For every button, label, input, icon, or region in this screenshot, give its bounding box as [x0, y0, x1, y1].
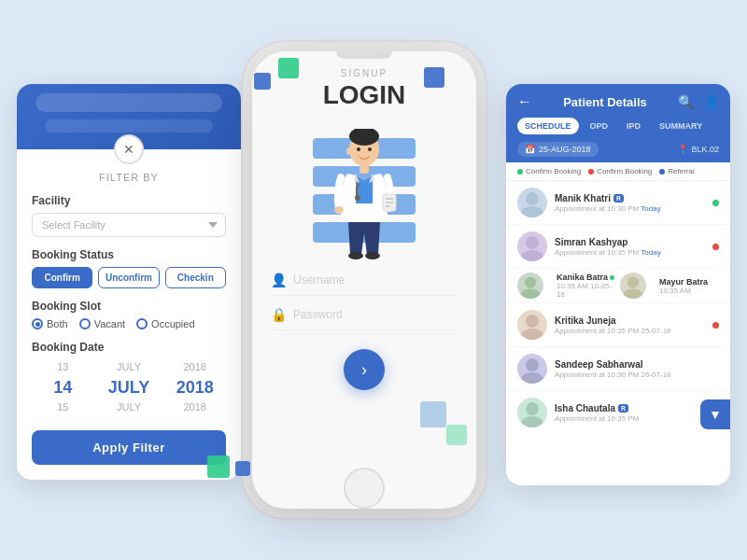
go-button[interactable]: › — [344, 349, 385, 390]
patient-kanika[interactable]: Kanika Batra 10:35 AM 10-05-18 — [517, 273, 616, 299]
user-profile-icon[interactable]: 👤 — [703, 94, 719, 109]
deco-blue-square-3 — [187, 441, 205, 460]
location-badge: 📍 BLK.02 — [678, 145, 719, 154]
deco-blue-square-5 — [420, 401, 446, 427]
patient-appt: 10:35 AM — [659, 287, 708, 295]
booking-status-label: Booking Status — [32, 248, 226, 261]
year-prev: 2018 — [183, 359, 205, 376]
filter-title: FILTER BY — [32, 172, 226, 183]
svg-point-19 — [521, 289, 541, 300]
left-filter-panel: ✕ FILTER BY Facility Select Facility Boo… — [17, 84, 241, 480]
slot-occupied-option[interactable]: Occupied — [136, 318, 194, 329]
filter-fab-button[interactable]: ▼ — [700, 399, 730, 429]
svg-point-22 — [526, 315, 539, 328]
status-dot — [712, 244, 719, 250]
year-next: 2018 — [183, 399, 205, 416]
slot-vacant-option[interactable]: Vacant — [79, 318, 125, 329]
patient-row[interactable]: Isha Chautala R Appointment at 10:35 PM — [506, 391, 730, 434]
unconfirm-button[interactable]: Unconfirm — [98, 267, 159, 288]
facility-label: Facility — [32, 194, 226, 207]
facility-select[interactable]: Select Facility — [32, 213, 226, 237]
tab-ipd[interactable]: IPD — [619, 118, 648, 134]
slot-both-option[interactable]: Both — [32, 318, 68, 329]
username-placeholder: Username — [293, 273, 345, 287]
password-field[interactable]: 🔒 Password — [271, 300, 458, 330]
patient-info: Kritika Juneja Appointment at 10:35 PM 2… — [555, 315, 712, 335]
left-panel-body: FILTER BY Facility Select Facility Booki… — [17, 149, 241, 480]
patient-row[interactable]: Manik Khatri R Appointment at 10:30 PM T… — [506, 181, 730, 225]
close-button[interactable]: ✕ — [114, 134, 144, 164]
status-dot — [712, 322, 719, 329]
date-value: 25-AUG-2018 — [539, 145, 591, 154]
filter-icon: ▼ — [709, 407, 722, 422]
svg-point-23 — [521, 329, 543, 340]
patient-info: Simran Kashyap Appointment at 10:35 PM T… — [555, 237, 712, 257]
patient-details-header: ← Patient Details 🔍 👤 SCHEDULE OPD IPD S… — [506, 84, 730, 162]
panel-title: Patient Details — [563, 95, 647, 109]
tab-opd[interactable]: OPD — [583, 118, 616, 134]
patient-row[interactable]: Simran Kashyap Appointment at 10:35 PM T… — [506, 225, 730, 269]
deco-green-square-1 — [278, 58, 299, 78]
patient-row-double: Kanika Batra 10:35 AM 10-05-18 Mayur Bat… — [506, 269, 730, 303]
tab-schedule[interactable]: SCHEDULE — [517, 118, 579, 134]
status-dot-small — [610, 275, 614, 280]
legend-unconfirm: Confirm Booking — [588, 167, 652, 175]
slot-radio-group: Both Vacant Occupied — [32, 318, 226, 329]
status-dot — [712, 200, 719, 206]
svg-point-2 — [357, 147, 360, 151]
year-column: 2018 2018 2018 — [163, 359, 226, 415]
header-icons: 🔍 👤 — [678, 94, 719, 109]
svg-point-4 — [346, 147, 352, 155]
patient-appt: Appointment at 10:30 PM Today — [555, 204, 712, 213]
day-current: 14 — [53, 376, 72, 399]
deco-green-square-3 — [446, 425, 467, 445]
avatar — [517, 398, 547, 427]
svg-point-26 — [526, 402, 539, 415]
svg-point-7 — [334, 206, 344, 214]
confirm-button[interactable]: Confirm — [32, 267, 92, 288]
search-icon[interactable]: 🔍 — [678, 94, 694, 109]
slot-vacant-radio[interactable] — [79, 318, 91, 329]
year-current: 2018 — [176, 376, 214, 399]
username-field[interactable]: 👤 Username — [271, 265, 458, 296]
patient-info: Isha Chautala R Appointment at 10:35 PM — [555, 403, 719, 423]
patient-info: Sandeep Sabharwal Appointment at 10:30 P… — [555, 359, 719, 379]
svg-point-14 — [526, 192, 539, 205]
svg-point-6 — [355, 195, 360, 201]
tab-row: SCHEDULE OPD IPD SUMMARY — [517, 118, 719, 134]
patient-row[interactable]: Sandeep Sabharwal Appointment at 10:30 P… — [506, 347, 730, 391]
booking-date-label: Booking Date — [32, 341, 226, 354]
patient-mayur[interactable]: Mayur Batra 10:35 AM — [620, 273, 719, 299]
patient-info: Kanika Batra 10:35 AM 10-05-18 — [557, 273, 616, 299]
doctor-figure — [331, 129, 397, 259]
slot-both-radio[interactable] — [32, 318, 43, 329]
user-field-icon: 👤 — [271, 273, 286, 287]
deco-blue-square-1 — [254, 73, 271, 90]
day-next: 15 — [57, 399, 68, 416]
month-prev: JULY — [117, 359, 141, 376]
legend-dot-confirm — [517, 169, 523, 175]
patient-name: Manik Khatri R — [555, 193, 712, 203]
header-blur-bar2 — [45, 119, 213, 133]
svg-point-25 — [521, 372, 543, 384]
phone-home-button[interactable] — [344, 468, 385, 509]
patient-row[interactable]: Kritika Juneja Appointment at 10:35 PM 2… — [506, 303, 730, 347]
back-button[interactable]: ← — [517, 93, 532, 110]
svg-point-15 — [521, 206, 543, 217]
svg-point-27 — [521, 416, 543, 427]
password-placeholder: Password — [293, 308, 343, 321]
patient-info: Mayur Batra 10:35 AM — [659, 277, 708, 295]
month-next: JULY — [117, 399, 141, 416]
avatar — [517, 188, 547, 217]
login-label: LOGIN — [323, 80, 406, 110]
avatar — [620, 273, 646, 299]
slot-occupied-radio[interactable] — [136, 318, 148, 329]
date-location-row: 📅 25-AUG-2018 📍 BLK.02 — [517, 142, 719, 157]
avatar — [517, 231, 547, 261]
tab-summary[interactable]: SUMMARY — [652, 118, 710, 134]
header-blur-bar1 — [35, 93, 222, 112]
patient-appt: Appointment at 10:35 PM Today — [555, 248, 712, 257]
svg-point-17 — [521, 250, 543, 261]
svg-point-16 — [526, 236, 539, 249]
checkin-button[interactable]: Checkin — [165, 267, 226, 288]
